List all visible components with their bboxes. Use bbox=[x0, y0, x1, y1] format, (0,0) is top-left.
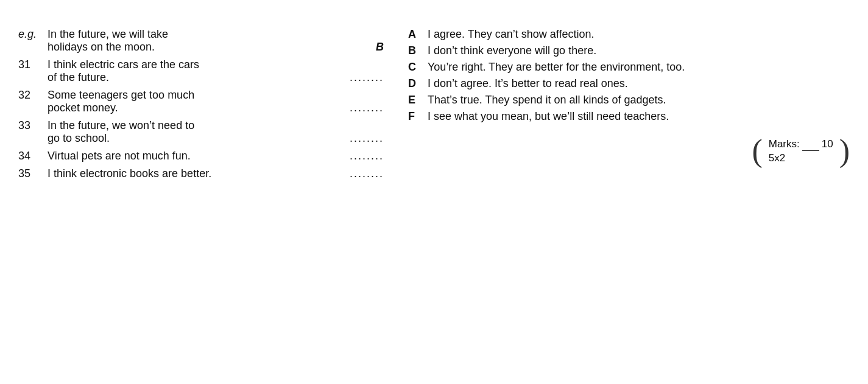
response-letter: C bbox=[408, 61, 428, 74]
question-number: 32 bbox=[18, 89, 48, 102]
response-letter: D bbox=[408, 77, 428, 90]
question-block: 32Some teenagers get too muchpocket mone… bbox=[18, 89, 384, 114]
question-text: holidays on the moon. bbox=[48, 41, 155, 54]
response-text: I don’t agree. It’s better to read real … bbox=[428, 77, 850, 90]
answer-field: B bbox=[335, 41, 384, 54]
response-item: BI don’t think everyone will go there. bbox=[408, 44, 850, 57]
answer-field: ........ bbox=[335, 150, 384, 162]
question-text-block: In the future, we will takeholidays on t… bbox=[48, 28, 384, 54]
response-text: I don’t think everyone will go there. bbox=[428, 44, 850, 57]
question-text-block: Some teenagers get too muchpocket money.… bbox=[48, 89, 384, 114]
question-text: go to school. bbox=[48, 132, 110, 145]
response-item: CYou’re right. They are better for the e… bbox=[408, 61, 850, 74]
response-letter: A bbox=[408, 28, 428, 41]
question-block: e.g.In the future, we will takeholidays … bbox=[18, 28, 384, 54]
question-text: Some teenagers get too much bbox=[48, 89, 194, 102]
question-block: 31I think electric cars are the carsof t… bbox=[18, 58, 384, 84]
marks-label: Marks: bbox=[769, 138, 800, 150]
marks-blank bbox=[802, 138, 819, 151]
marks-multiplier: 5x2 bbox=[769, 152, 833, 164]
response-letter: E bbox=[408, 94, 428, 106]
right-column: AI agree. They can’t show affection.BI d… bbox=[396, 28, 850, 185]
question-number: 33 bbox=[18, 119, 48, 132]
right-paren-icon: ) bbox=[839, 135, 850, 167]
response-text: That’s true. They spend it on all kinds … bbox=[428, 94, 850, 106]
question-number: 34 bbox=[18, 150, 48, 162]
question-number: 31 bbox=[18, 58, 48, 71]
response-item: AI agree. They can’t show affection. bbox=[408, 28, 850, 41]
response-item: FI see what you mean, but we’ll still ne… bbox=[408, 110, 850, 123]
question-block: 33In the future, we won’t need togo to s… bbox=[18, 119, 384, 145]
question-text-block: In the future, we won’t need togo to sch… bbox=[48, 119, 384, 145]
question-text: I think electronic books are better. bbox=[48, 167, 211, 180]
answer-field: ........ bbox=[335, 102, 384, 114]
answer-field: ........ bbox=[335, 167, 384, 180]
question-text: of the future. bbox=[48, 71, 109, 84]
response-text: I agree. They can’t show affection. bbox=[428, 28, 850, 41]
response-text: You’re right. They are better for the en… bbox=[428, 61, 850, 74]
question-number: e.g. bbox=[18, 28, 48, 41]
question-text: Virtual pets are not much fun. bbox=[48, 150, 191, 162]
marks-top-row: Marks: 10 bbox=[769, 138, 833, 151]
question-text: In the future, we won’t need to bbox=[48, 119, 194, 132]
question-block: 34Virtual pets are not much fun......... bbox=[18, 150, 384, 162]
answer-field: ........ bbox=[335, 132, 384, 145]
left-column: e.g.In the future, we will takeholidays … bbox=[18, 28, 396, 185]
question-number: 35 bbox=[18, 167, 48, 180]
question-text: pocket money. bbox=[48, 102, 118, 114]
question-text-block: I think electronic books are better.....… bbox=[48, 167, 384, 180]
marks-box: ( Marks: 10 5x2 ) bbox=[408, 135, 850, 167]
left-paren-icon: ( bbox=[752, 135, 762, 167]
question-text-block: I think electric cars are the carsof the… bbox=[48, 58, 384, 84]
response-text: I see what you mean, but we’ll still nee… bbox=[428, 110, 850, 123]
response-letter: F bbox=[408, 110, 428, 123]
marks-content: Marks: 10 5x2 bbox=[763, 136, 839, 167]
response-letter: B bbox=[408, 44, 428, 57]
question-text: I think electric cars are the cars bbox=[48, 58, 199, 71]
response-item: DI don’t agree. It’s better to read real… bbox=[408, 77, 850, 90]
marks-bracket-wrapper: ( Marks: 10 5x2 ) bbox=[752, 135, 850, 167]
question-block: 35I think electronic books are better...… bbox=[18, 167, 384, 180]
answer-field: ........ bbox=[335, 71, 384, 84]
response-item: EThat’s true. They spend it on all kinds… bbox=[408, 94, 850, 106]
question-text: In the future, we will take bbox=[48, 28, 168, 41]
marks-divisor: 10 bbox=[822, 138, 833, 150]
question-text-block: Virtual pets are not much fun......... bbox=[48, 150, 384, 162]
